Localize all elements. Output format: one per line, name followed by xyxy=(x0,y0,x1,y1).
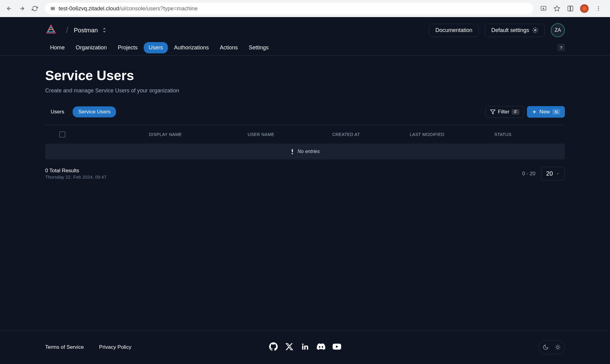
total-results: 0 Total Results xyxy=(45,168,106,174)
dark-mode-button[interactable] xyxy=(540,342,551,353)
col-user-name: USER NAME xyxy=(247,132,332,137)
col-status: STATUS xyxy=(494,132,565,137)
alert-icon xyxy=(290,148,294,155)
bookmark-icon[interactable] xyxy=(553,5,561,12)
theme-toggle xyxy=(539,340,565,354)
documentation-button[interactable]: Documentation xyxy=(429,24,479,37)
moon-icon xyxy=(543,344,549,350)
github-icon[interactable] xyxy=(269,342,278,352)
default-settings-button[interactable]: Default settings xyxy=(485,24,545,37)
nav-settings[interactable]: Settings xyxy=(244,42,273,53)
subtab-service-users[interactable]: Service Users xyxy=(73,106,116,117)
chevron-down-icon xyxy=(556,172,560,176)
page-title: Service Users xyxy=(45,68,565,83)
page-subtitle: Create and manage Service Users of your … xyxy=(45,87,565,94)
svg-rect-12 xyxy=(292,153,293,154)
nav-projects[interactable]: Projects xyxy=(113,42,143,53)
extensions-icon[interactable] xyxy=(567,5,574,12)
org-name: Postman xyxy=(74,27,98,34)
svg-rect-2 xyxy=(51,9,52,10)
org-selector[interactable]: Postman xyxy=(74,27,106,34)
chrome-menu-icon[interactable] xyxy=(595,5,602,12)
subtab-users[interactable]: Users xyxy=(45,106,70,117)
results-timestamp: Thursday 22. Feb 2024, 09:47 xyxy=(45,174,106,180)
select-all-checkbox[interactable] xyxy=(59,131,65,137)
filter-button[interactable]: Filter F xyxy=(485,106,524,118)
url-bar[interactable]: test-0o6zvq.zitadel.cloud/ui/console/use… xyxy=(45,3,533,14)
nav-actions[interactable]: Actions xyxy=(215,42,243,53)
breadcrumb-separator: / xyxy=(66,25,68,35)
filter-icon xyxy=(490,109,496,115)
nav-organization[interactable]: Organization xyxy=(71,42,112,53)
svg-point-7 xyxy=(598,6,599,7)
table-header: DISPLAY NAME USER NAME CREATED AT LAST M… xyxy=(45,125,565,144)
col-last-modified: LAST MODIFIED xyxy=(410,132,494,137)
page-size-selector[interactable]: 20 xyxy=(541,167,565,180)
discord-icon[interactable] xyxy=(317,342,325,352)
reload-button[interactable] xyxy=(31,5,38,12)
linkedin-icon[interactable] xyxy=(301,342,309,352)
light-mode-button[interactable] xyxy=(552,342,563,353)
svg-rect-3 xyxy=(53,9,55,10)
empty-state: No entries xyxy=(45,144,565,159)
new-button[interactable]: New N xyxy=(527,106,565,118)
svg-rect-0 xyxy=(51,7,52,9)
help-button[interactable]: ? xyxy=(558,44,565,51)
zitadel-logo[interactable] xyxy=(45,24,57,36)
sun-icon xyxy=(555,344,561,350)
forward-button[interactable] xyxy=(18,5,26,12)
col-created-at: CREATED AT xyxy=(332,132,410,137)
svg-rect-1 xyxy=(53,7,55,9)
terms-link[interactable]: Terms of Service xyxy=(45,344,84,350)
main-nav: Home Organization Projects Users Authori… xyxy=(0,40,610,55)
svg-point-10 xyxy=(535,30,536,31)
svg-point-13 xyxy=(557,346,559,348)
results-range: 0 - 20 xyxy=(522,171,535,177)
nav-home[interactable]: Home xyxy=(45,42,70,53)
browser-chrome: test-0o6zvq.zitadel.cloud/ui/console/use… xyxy=(0,0,610,17)
gear-icon xyxy=(532,27,538,33)
col-display-name: DISPLAY NAME xyxy=(82,132,247,137)
svg-point-8 xyxy=(598,8,599,9)
unfold-icon xyxy=(102,27,106,33)
svg-point-9 xyxy=(598,10,599,11)
nav-authorizations[interactable]: Authorizations xyxy=(169,42,214,53)
svg-rect-6 xyxy=(570,6,571,11)
install-icon[interactable] xyxy=(540,5,547,12)
nav-users[interactable]: Users xyxy=(144,42,168,53)
back-button[interactable] xyxy=(5,5,13,12)
svg-rect-11 xyxy=(292,149,293,152)
url-text: test-0o6zvq.zitadel.cloud/ui/console/use… xyxy=(59,5,198,12)
youtube-icon[interactable] xyxy=(333,342,341,352)
plus-icon xyxy=(532,109,537,115)
user-avatar[interactable]: ZA xyxy=(551,23,565,37)
privacy-link[interactable]: Privacy Policy xyxy=(99,344,132,350)
chrome-profile-avatar[interactable] xyxy=(580,4,589,13)
x-icon[interactable] xyxy=(285,342,294,352)
site-info-icon xyxy=(50,6,56,11)
